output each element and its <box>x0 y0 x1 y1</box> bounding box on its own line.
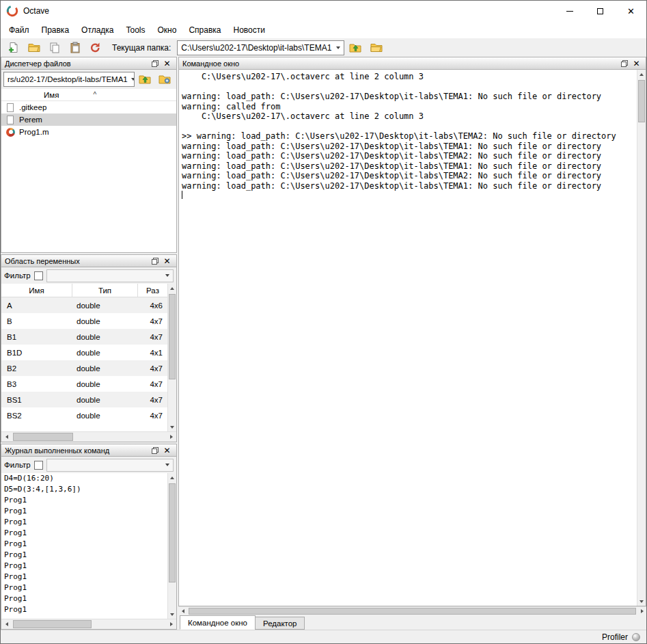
open-file-button[interactable] <box>25 40 43 56</box>
menu-item[interactable]: Окно <box>152 23 183 38</box>
scrollbar-track[interactable] <box>637 79 646 597</box>
scroll-right-button[interactable] <box>166 432 176 442</box>
variable-row[interactable]: A double 4x6 <box>1 297 167 313</box>
scroll-up-button[interactable] <box>168 473 176 482</box>
command-window-close-button[interactable]: ✕ <box>631 58 642 68</box>
variable-row[interactable]: B1 double 4x7 <box>1 329 167 345</box>
history-horizontal-scrollbar[interactable] <box>1 619 176 629</box>
history-item[interactable]: Prog1 <box>1 506 167 517</box>
paste-button[interactable] <box>66 40 84 56</box>
folder-up-button[interactable] <box>346 40 365 56</box>
scroll-down-button[interactable] <box>637 597 646 606</box>
history-item[interactable]: Prog1 <box>1 550 167 561</box>
menu-item[interactable]: Отладка <box>75 23 120 38</box>
current-folder-combobox[interactable]: C:\Users\u202-17\Desktop\it-labs\TEMA1 <box>177 40 344 55</box>
arrow-left-icon <box>5 435 8 439</box>
scrollbar-track[interactable] <box>168 482 176 610</box>
scrollbar-thumb[interactable] <box>13 433 73 441</box>
menu-item[interactable]: Новости <box>227 23 271 38</box>
scrollbar-thumb[interactable] <box>13 620 92 628</box>
scrollbar-track[interactable] <box>187 607 637 615</box>
command-window-float-button[interactable] <box>618 58 630 68</box>
workspace-horizontal-scrollbar[interactable] <box>1 431 176 442</box>
variable-row[interactable]: BS1 double 4x7 <box>1 392 167 407</box>
file-row[interactable]: .gitkeep <box>1 101 176 113</box>
variables-table-header[interactable]: Имя Тип Раз <box>1 284 167 297</box>
filter-checkbox[interactable] <box>34 271 43 280</box>
workspace-vertical-scrollbar[interactable] <box>167 284 176 431</box>
history-item[interactable]: Prog1 <box>1 539 167 550</box>
tab-command-window[interactable]: Командное окно <box>180 615 256 630</box>
scroll-left-button[interactable] <box>1 619 12 629</box>
combo-dropdown-button[interactable] <box>332 41 344 55</box>
history-item[interactable]: Prog1 <box>1 528 167 539</box>
tab-editor[interactable]: Редактор <box>255 617 305 630</box>
file-browser-path-combobox[interactable]: rs/u202-17/Desktop/it-labs/TEMA1 <box>3 72 135 87</box>
variable-row[interactable]: B3 double 4x7 <box>1 376 167 392</box>
command-history-float-button[interactable] <box>149 445 161 455</box>
scroll-left-button[interactable] <box>178 607 187 615</box>
history-item[interactable]: Prog1 <box>1 561 167 572</box>
menu-item[interactable]: Правка <box>36 23 76 38</box>
command-window-title: Командное окно <box>182 59 239 68</box>
history-item[interactable]: Prog1 <box>1 572 167 582</box>
scrollbar-track[interactable] <box>12 432 166 442</box>
variable-row[interactable]: B double 4x7 <box>1 313 167 329</box>
scroll-up-button[interactable] <box>168 284 176 293</box>
menu-item[interactable]: Файл <box>3 23 36 38</box>
filter-checkbox[interactable] <box>34 461 43 470</box>
scroll-up-button[interactable] <box>637 70 646 79</box>
scrollbar-track[interactable] <box>168 293 176 422</box>
filter-combobox[interactable] <box>46 459 174 472</box>
menu-item[interactable]: Tools <box>120 23 152 38</box>
combo-dropdown-button[interactable] <box>128 72 135 86</box>
scrollbar-track[interactable] <box>12 619 166 629</box>
history-item[interactable]: Prog1 <box>1 582 167 593</box>
file-browser-close-button[interactable]: ✕ <box>161 58 173 68</box>
command-window-horizontal-scrollbar[interactable] <box>178 606 646 615</box>
copy-button[interactable] <box>45 40 64 56</box>
undo-button[interactable] <box>86 40 105 56</box>
file-browser-float-button[interactable] <box>149 58 161 68</box>
scrollbar-thumb[interactable] <box>169 294 176 379</box>
variable-row[interactable]: B1D double 4x1 <box>1 345 167 360</box>
file-list-header[interactable]: Имя ^ <box>1 89 176 101</box>
variable-row[interactable]: BS2 double 4x7 <box>1 407 167 423</box>
minimize-button[interactable] <box>554 1 585 21</box>
terminal[interactable]: C:\Users\u202-17\.octaverc at line 2 col… <box>179 70 637 606</box>
file-browser-up-button[interactable] <box>136 71 154 88</box>
scrollbar-thumb[interactable] <box>169 483 176 582</box>
history-item[interactable]: D5=D(3:4,[1,3,6]) <box>1 484 167 495</box>
browse-folder-button[interactable] <box>367 40 385 56</box>
history-item[interactable]: Prog1 <box>1 593 167 604</box>
scroll-right-button[interactable] <box>166 619 176 629</box>
scrollbar-thumb[interactable] <box>638 80 645 122</box>
variable-row[interactable]: B2 double 4x7 <box>1 360 167 376</box>
combo-dropdown-button[interactable] <box>162 274 173 277</box>
menu-item[interactable]: Справка <box>182 23 227 38</box>
scroll-left-button[interactable] <box>1 432 12 442</box>
scroll-right-button[interactable] <box>637 607 646 615</box>
file-row[interactable]: Perem <box>1 113 176 126</box>
close-button[interactable]: ✕ <box>616 1 646 21</box>
filter-combobox[interactable] <box>46 269 174 282</box>
scrollbar-thumb[interactable] <box>189 608 636 615</box>
file-browser-actions-button[interactable] <box>156 71 174 88</box>
history-vertical-scrollbar[interactable] <box>167 473 176 619</box>
folder-up-icon <box>139 74 152 85</box>
command-window-vertical-scrollbar[interactable] <box>637 70 646 606</box>
maximize-button[interactable] <box>585 1 616 21</box>
file-row[interactable]: Prog1.m <box>1 126 176 138</box>
workspace-float-button[interactable] <box>149 256 161 266</box>
combo-dropdown-button[interactable] <box>162 464 173 466</box>
history-item[interactable]: D4=D(16:20) <box>1 473 167 484</box>
history-item[interactable]: Prog1 <box>1 517 167 528</box>
profiler-status-icon[interactable] <box>632 633 640 641</box>
workspace-close-button[interactable]: ✕ <box>161 256 173 266</box>
scroll-down-button[interactable] <box>168 422 176 431</box>
command-history-close-button[interactable]: ✕ <box>161 445 173 455</box>
scroll-down-button[interactable] <box>168 610 176 619</box>
history-item[interactable]: Prog1 <box>1 495 167 506</box>
new-script-button[interactable] <box>4 40 23 56</box>
history-item[interactable]: Prog1 <box>1 604 167 615</box>
